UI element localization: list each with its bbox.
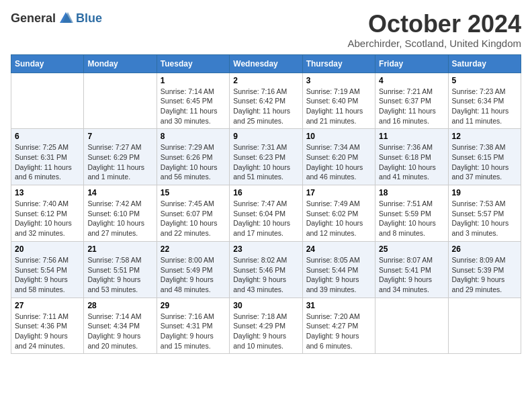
table-cell: 31Sunrise: 7:20 AM Sunset: 4:27 PM Dayli…: [302, 298, 375, 354]
day-number: 17: [306, 188, 371, 197]
day-detail: Sunrise: 7:11 AM Sunset: 4:36 PM Dayligh…: [15, 312, 80, 351]
day-number: 19: [452, 188, 517, 197]
header-row: Sunday Monday Tuesday Wednesday Thursday…: [11, 54, 521, 73]
day-detail: Sunrise: 7:56 AM Sunset: 5:54 PM Dayligh…: [15, 255, 80, 295]
table-cell: [375, 298, 448, 354]
calendar-table: Sunday Monday Tuesday Wednesday Thursday…: [11, 54, 521, 355]
day-number: 11: [379, 132, 444, 141]
table-cell: 17Sunrise: 7:49 AM Sunset: 6:02 PM Dayli…: [302, 185, 375, 242]
header-saturday: Saturday: [448, 54, 521, 73]
day-number: 1: [161, 76, 226, 85]
week-row-4: 20Sunrise: 7:56 AM Sunset: 5:54 PM Dayli…: [11, 241, 521, 298]
day-detail: Sunrise: 7:16 AM Sunset: 4:31 PM Dayligh…: [161, 312, 226, 351]
day-detail: Sunrise: 7:47 AM Sunset: 6:04 PM Dayligh…: [233, 199, 298, 238]
table-cell: 14Sunrise: 7:42 AM Sunset: 6:10 PM Dayli…: [84, 185, 157, 242]
logo: General Blue: [11, 11, 102, 26]
week-row-2: 6Sunrise: 7:25 AM Sunset: 6:31 PM Daylig…: [11, 129, 521, 185]
header-wednesday: Wednesday: [230, 54, 302, 73]
day-detail: Sunrise: 7:49 AM Sunset: 6:02 PM Dayligh…: [306, 199, 371, 238]
day-detail: Sunrise: 7:53 AM Sunset: 5:57 PM Dayligh…: [452, 199, 517, 238]
table-cell: 10Sunrise: 7:34 AM Sunset: 6:20 PM Dayli…: [302, 129, 375, 185]
week-row-3: 13Sunrise: 7:40 AM Sunset: 6:12 PM Dayli…: [11, 185, 521, 242]
day-number: 20: [15, 244, 80, 254]
day-number: 15: [161, 188, 226, 197]
table-cell: [11, 73, 84, 129]
day-detail: Sunrise: 7:14 AM Sunset: 4:34 PM Dayligh…: [87, 312, 152, 351]
table-cell: 27Sunrise: 7:11 AM Sunset: 4:36 PM Dayli…: [11, 298, 84, 354]
table-cell: 23Sunrise: 8:02 AM Sunset: 5:46 PM Dayli…: [230, 241, 302, 298]
table-cell: 18Sunrise: 7:51 AM Sunset: 5:59 PM Dayli…: [375, 185, 448, 242]
day-number: 14: [87, 188, 152, 197]
table-cell: 8Sunrise: 7:29 AM Sunset: 6:26 PM Daylig…: [157, 129, 229, 185]
header-monday: Monday: [84, 54, 157, 73]
day-detail: Sunrise: 7:38 AM Sunset: 6:15 PM Dayligh…: [452, 142, 517, 182]
day-number: 9: [233, 132, 298, 141]
header-thursday: Thursday: [302, 54, 375, 73]
day-number: 7: [87, 132, 152, 141]
table-cell: 3Sunrise: 7:19 AM Sunset: 6:40 PM Daylig…: [302, 73, 375, 129]
day-number: 5: [452, 76, 517, 85]
table-cell: 5Sunrise: 7:23 AM Sunset: 6:34 PM Daylig…: [448, 73, 521, 129]
day-detail: Sunrise: 7:21 AM Sunset: 6:37 PM Dayligh…: [379, 87, 444, 126]
day-number: 29: [161, 301, 226, 310]
day-detail: Sunrise: 7:45 AM Sunset: 6:07 PM Dayligh…: [161, 199, 226, 238]
table-cell: 30Sunrise: 7:18 AM Sunset: 4:29 PM Dayli…: [230, 298, 302, 354]
day-detail: Sunrise: 8:02 AM Sunset: 5:46 PM Dayligh…: [233, 255, 298, 295]
day-detail: Sunrise: 7:58 AM Sunset: 5:51 PM Dayligh…: [87, 255, 152, 295]
table-cell: 26Sunrise: 8:09 AM Sunset: 5:39 PM Dayli…: [448, 241, 521, 298]
day-number: 13: [15, 188, 80, 197]
day-detail: Sunrise: 7:25 AM Sunset: 6:31 PM Dayligh…: [15, 142, 80, 182]
table-cell: 4Sunrise: 7:21 AM Sunset: 6:37 PM Daylig…: [375, 73, 448, 129]
table-cell: 24Sunrise: 8:05 AM Sunset: 5:44 PM Dayli…: [302, 241, 375, 298]
day-number: 30: [233, 301, 298, 310]
table-cell: 1Sunrise: 7:14 AM Sunset: 6:45 PM Daylig…: [157, 73, 229, 129]
table-cell: 6Sunrise: 7:25 AM Sunset: 6:31 PM Daylig…: [11, 129, 84, 185]
day-number: 26: [452, 244, 517, 254]
day-number: 24: [306, 244, 371, 254]
day-detail: Sunrise: 8:09 AM Sunset: 5:39 PM Dayligh…: [452, 255, 517, 295]
day-detail: Sunrise: 7:29 AM Sunset: 6:26 PM Dayligh…: [161, 142, 226, 182]
table-cell: 29Sunrise: 7:16 AM Sunset: 4:31 PM Dayli…: [157, 298, 229, 354]
day-number: 23: [233, 244, 298, 254]
table-cell: 11Sunrise: 7:36 AM Sunset: 6:18 PM Dayli…: [375, 129, 448, 185]
day-number: 6: [15, 132, 80, 141]
header-tuesday: Tuesday: [157, 54, 229, 73]
day-detail: Sunrise: 8:05 AM Sunset: 5:44 PM Dayligh…: [306, 255, 371, 295]
table-cell: [448, 298, 521, 354]
day-number: 12: [452, 132, 517, 141]
table-cell: 28Sunrise: 7:14 AM Sunset: 4:34 PM Dayli…: [84, 298, 157, 354]
week-row-1: 1Sunrise: 7:14 AM Sunset: 6:45 PM Daylig…: [11, 73, 521, 129]
day-detail: Sunrise: 7:19 AM Sunset: 6:40 PM Dayligh…: [306, 87, 371, 126]
day-number: 28: [87, 301, 152, 310]
week-row-5: 27Sunrise: 7:11 AM Sunset: 4:36 PM Dayli…: [11, 298, 521, 354]
day-detail: Sunrise: 7:51 AM Sunset: 5:59 PM Dayligh…: [379, 199, 444, 238]
day-number: 4: [379, 76, 444, 85]
day-detail: Sunrise: 7:42 AM Sunset: 6:10 PM Dayligh…: [87, 199, 152, 238]
table-cell: 20Sunrise: 7:56 AM Sunset: 5:54 PM Dayli…: [11, 241, 84, 298]
day-detail: Sunrise: 8:00 AM Sunset: 5:49 PM Dayligh…: [161, 255, 226, 295]
table-cell: 15Sunrise: 7:45 AM Sunset: 6:07 PM Dayli…: [157, 185, 229, 242]
logo-blue: Blue: [76, 11, 102, 26]
table-cell: 16Sunrise: 7:47 AM Sunset: 6:04 PM Dayli…: [230, 185, 302, 242]
header-friday: Friday: [375, 54, 448, 73]
month-title: October 2024: [348, 11, 521, 38]
table-cell: 9Sunrise: 7:31 AM Sunset: 6:23 PM Daylig…: [230, 129, 302, 185]
day-number: 31: [306, 301, 371, 310]
day-number: 3: [306, 76, 371, 85]
header-sunday: Sunday: [11, 54, 84, 73]
day-detail: Sunrise: 7:31 AM Sunset: 6:23 PM Dayligh…: [233, 142, 298, 182]
day-detail: Sunrise: 7:16 AM Sunset: 6:42 PM Dayligh…: [233, 87, 298, 126]
table-cell: 12Sunrise: 7:38 AM Sunset: 6:15 PM Dayli…: [448, 129, 521, 185]
day-detail: Sunrise: 7:18 AM Sunset: 4:29 PM Dayligh…: [233, 312, 298, 351]
day-number: 25: [379, 244, 444, 254]
day-number: 21: [87, 244, 152, 254]
day-detail: Sunrise: 8:07 AM Sunset: 5:41 PM Dayligh…: [379, 255, 444, 295]
day-detail: Sunrise: 7:34 AM Sunset: 6:20 PM Dayligh…: [306, 142, 371, 182]
day-number: 27: [15, 301, 80, 310]
day-detail: Sunrise: 7:40 AM Sunset: 6:12 PM Dayligh…: [15, 199, 80, 238]
table-cell: 7Sunrise: 7:27 AM Sunset: 6:29 PM Daylig…: [84, 129, 157, 185]
day-detail: Sunrise: 7:23 AM Sunset: 6:34 PM Dayligh…: [452, 87, 517, 126]
page-header: General Blue October 2024 Aberchirder, S…: [11, 11, 521, 49]
day-number: 22: [161, 244, 226, 254]
table-cell: 22Sunrise: 8:00 AM Sunset: 5:49 PM Dayli…: [157, 241, 229, 298]
